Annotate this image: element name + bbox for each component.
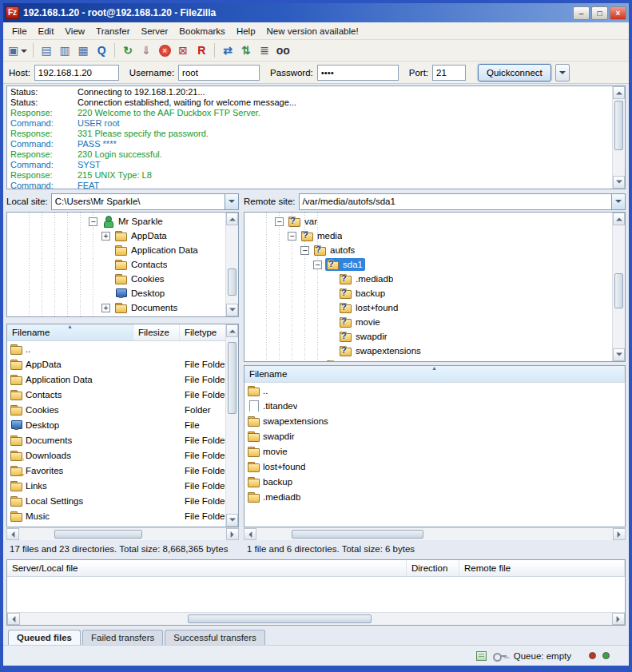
tree-item-appdata[interactable]: +AppData bbox=[7, 229, 225, 243]
menu-item-server[interactable]: Server bbox=[135, 24, 173, 38]
scroll-up-icon[interactable] bbox=[613, 86, 625, 99]
scrollbar-thumb[interactable] bbox=[188, 614, 372, 623]
remote-tree-scrollbar[interactable] bbox=[612, 213, 625, 361]
reconnect-button[interactable]: R bbox=[193, 42, 210, 59]
file-row-backup[interactable]: backup bbox=[244, 474, 625, 489]
scroll-right-icon[interactable] bbox=[226, 528, 239, 540]
tab-queued-files[interactable]: Queued files bbox=[8, 630, 81, 645]
scroll-left-icon[interactable] bbox=[244, 528, 256, 540]
process-queue-button[interactable]: ⇓ bbox=[137, 42, 155, 59]
tab-successful-transfers[interactable]: Successful transfers bbox=[165, 630, 265, 645]
tree-item-sda1[interactable]: −?sda1 bbox=[244, 257, 612, 272]
expand-icon[interactable]: + bbox=[101, 232, 110, 241]
tree-item-swapdir[interactable]: ?swapdir bbox=[244, 329, 612, 344]
file-row-local-settings[interactable]: Local SettingsFile Folder bbox=[7, 493, 225, 508]
local-hscrollbar[interactable] bbox=[6, 527, 239, 540]
file-row-documents[interactable]: DocumentsFile Folder bbox=[7, 432, 225, 447]
file-row-application-data[interactable]: Application DataFile Folder bbox=[7, 372, 225, 387]
collapse-icon[interactable]: − bbox=[313, 260, 322, 269]
tree-item-var[interactable]: −?var bbox=[244, 214, 612, 229]
column-header-filesize[interactable]: Filesize bbox=[133, 324, 180, 340]
scrollbar-thumb[interactable] bbox=[614, 101, 623, 150]
menu-item-new-version-available[interactable]: New version available! bbox=[261, 24, 364, 38]
synchronized-browsing-button[interactable]: ⇅ bbox=[237, 42, 255, 59]
local-list-scrollbar[interactable] bbox=[225, 324, 238, 527]
menu-item-edit[interactable]: Edit bbox=[33, 24, 60, 38]
scroll-right-icon[interactable] bbox=[612, 613, 625, 625]
scrollbar-thumb[interactable] bbox=[228, 268, 237, 296]
file-row-cookies[interactable]: CookiesFolder bbox=[7, 402, 225, 417]
tree-item-mr-sparkle[interactable]: −Mr Sparkle bbox=[7, 214, 225, 229]
file-row-favorites[interactable]: ★FavoritesFile Folder bbox=[7, 463, 225, 478]
toggle-remote-tree-button[interactable]: ▦ bbox=[74, 42, 92, 59]
collapse-icon[interactable]: − bbox=[89, 217, 97, 226]
collapse-icon[interactable]: − bbox=[300, 246, 309, 255]
tree-item-mediadb[interactable]: ?.mediadb bbox=[244, 272, 612, 286]
minimize-button[interactable]: – bbox=[573, 6, 590, 20]
file-row-up[interactable]: .. bbox=[244, 383, 625, 398]
scroll-down-icon[interactable] bbox=[226, 514, 238, 527]
remote-site-combo[interactable]: /var/media/autofs/sda1 bbox=[299, 193, 626, 210]
password-input[interactable] bbox=[317, 65, 399, 81]
file-row-desktop[interactable]: DesktopFile bbox=[7, 417, 225, 432]
scroll-left-icon[interactable] bbox=[7, 613, 20, 625]
tree-item-autofs[interactable]: −?autofs bbox=[244, 243, 612, 257]
host-input[interactable] bbox=[34, 65, 119, 81]
scroll-up-icon[interactable] bbox=[226, 324, 238, 337]
remote-hscrollbar[interactable] bbox=[244, 527, 626, 540]
tree-item-media[interactable]: −?media bbox=[244, 229, 612, 243]
tree-item-lost-found[interactable]: ?lost+found bbox=[244, 300, 612, 315]
toggle-local-tree-button[interactable]: ▥ bbox=[56, 42, 74, 59]
local-site-combo[interactable]: C:\Users\Mr Sparkle\ bbox=[51, 193, 239, 210]
tree-item-cookies[interactable]: Cookies bbox=[7, 272, 225, 286]
cancel-button[interactable]: × bbox=[156, 42, 173, 59]
tree-item-backup[interactable]: ?backup bbox=[244, 286, 612, 300]
titlebar[interactable]: Fz 192.168.1.20 - root@192.168.1.20 - Fi… bbox=[3, 3, 629, 22]
scroll-up-icon[interactable] bbox=[613, 213, 625, 225]
collapse-icon[interactable]: − bbox=[288, 232, 296, 241]
file-row-swapextensions[interactable]: swapextensions bbox=[244, 413, 625, 428]
find-files-button[interactable]: oo bbox=[274, 42, 292, 59]
local-splitter[interactable] bbox=[6, 317, 239, 324]
menu-item-bookmarks[interactable]: Bookmarks bbox=[173, 24, 231, 38]
column-header-remote-file[interactable]: Remote file bbox=[459, 560, 625, 576]
scroll-down-icon[interactable] bbox=[226, 304, 238, 316]
file-row-mediadb[interactable]: .mediadb bbox=[244, 489, 625, 504]
scrollbar-thumb[interactable] bbox=[228, 342, 237, 414]
file-row-contacts[interactable]: ContactsFile Folder bbox=[7, 387, 225, 402]
toggle-message-log-button[interactable]: ▤ bbox=[38, 42, 55, 59]
file-row-appdata[interactable]: AppDataFile Folder bbox=[7, 356, 225, 372]
menu-item-file[interactable]: File bbox=[6, 24, 33, 38]
tree-item-movie[interactable]: ?movie bbox=[244, 315, 612, 329]
directory-listing-filters-button[interactable]: ≣ bbox=[256, 42, 273, 59]
compare-directories-button[interactable]: ⇄ bbox=[219, 42, 237, 59]
file-row-titandev[interactable]: .titandev bbox=[244, 398, 625, 413]
file-row-movie[interactable]: movie bbox=[244, 443, 625, 459]
file-row-lost-found[interactable]: lost+found bbox=[244, 459, 625, 474]
column-header-direction[interactable]: Direction bbox=[407, 560, 459, 576]
toggle-queue-button[interactable]: Q bbox=[93, 42, 110, 59]
scroll-down-icon[interactable] bbox=[613, 176, 625, 189]
file-row-downloads[interactable]: ↓DownloadsFile Folder bbox=[7, 447, 225, 463]
menu-item-view[interactable]: View bbox=[59, 24, 90, 38]
maximize-button[interactable]: □ bbox=[591, 6, 608, 20]
tree-item-downloads[interactable]: +Downloads bbox=[7, 315, 225, 316]
expand-icon[interactable]: + bbox=[313, 361, 322, 362]
menu-item-help[interactable]: Help bbox=[231, 24, 261, 38]
disconnect-button[interactable]: ⊠ bbox=[174, 42, 192, 59]
local-site-path[interactable]: C:\Users\Mr Sparkle\ bbox=[52, 194, 225, 209]
column-header-filename[interactable]: Filename▲ bbox=[7, 324, 133, 340]
scrollbar-thumb[interactable] bbox=[54, 530, 142, 539]
remote-site-path[interactable]: /var/media/autofs/sda1 bbox=[300, 194, 611, 209]
close-button[interactable]: × bbox=[610, 6, 626, 20]
column-header-filename[interactable]: Filename▲ bbox=[244, 366, 625, 382]
scroll-up-icon[interactable] bbox=[226, 213, 238, 225]
column-header-server-local-file[interactable]: Server/Local file bbox=[7, 560, 407, 576]
expand-icon[interactable]: + bbox=[101, 304, 110, 312]
tree-item-documents[interactable]: +Documents bbox=[7, 300, 225, 315]
site-manager-button[interactable]: ▣ bbox=[6, 42, 29, 59]
file-row-links[interactable]: LinksFile Folder bbox=[7, 478, 225, 493]
log-scrollbar[interactable] bbox=[612, 86, 625, 189]
queue-hscrollbar[interactable] bbox=[7, 612, 625, 625]
combo-dropdown-icon[interactable] bbox=[225, 194, 238, 209]
